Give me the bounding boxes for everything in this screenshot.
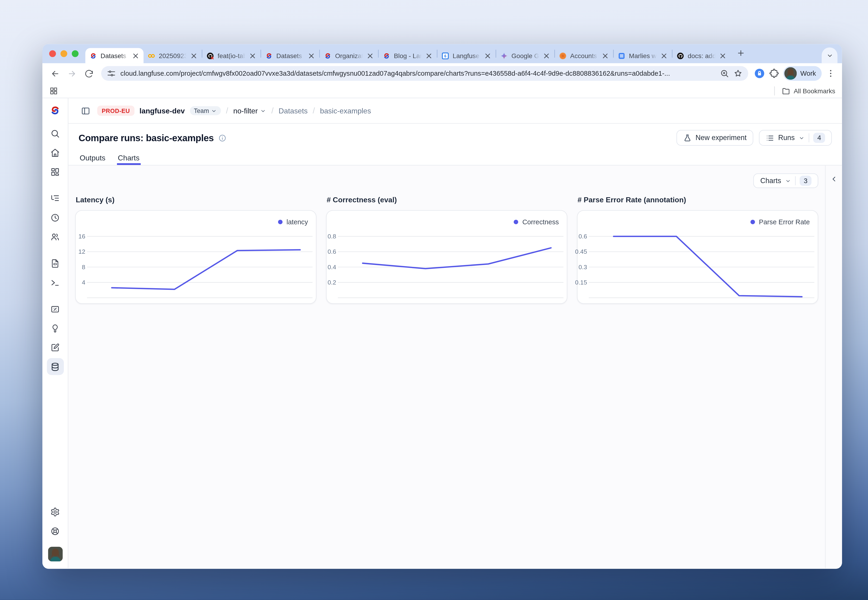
tab-close-icon[interactable] — [425, 52, 433, 59]
org-plan-badge[interactable]: Team — [190, 106, 221, 115]
sidebar-item-evaluation[interactable] — [47, 300, 64, 317]
url-text: cloud.langfuse.com/project/cmfwgv8fx002o… — [120, 70, 716, 77]
app-sidebar — [42, 98, 68, 568]
langfuse-logo-icon[interactable] — [49, 105, 61, 116]
langfuse-favicon — [324, 52, 332, 59]
new-tab-button[interactable] — [734, 47, 748, 61]
tab-close-icon[interactable] — [307, 52, 315, 59]
sidebar-item-home[interactable] — [47, 144, 64, 161]
browser-tab-2[interactable]: 20250923 — [144, 48, 202, 63]
tab-search-caret-button[interactable] — [822, 47, 838, 63]
sidebar-item-insights[interactable] — [47, 320, 64, 336]
sidebar-toggle-button[interactable] — [79, 104, 92, 118]
user-avatar[interactable] — [48, 547, 62, 561]
breadcrumb-org[interactable]: langfuse-dev — [140, 106, 185, 115]
back-button[interactable] — [48, 67, 62, 80]
sidebar-item-users[interactable] — [47, 228, 64, 245]
browser-tab-1[interactable]: Datasets | L — [85, 48, 143, 63]
tab-close-icon[interactable] — [719, 52, 727, 59]
site-settings-icon[interactable] — [107, 69, 116, 78]
browser-tab-5[interactable]: Organizatio — [320, 48, 378, 63]
extensions-puzzle-icon[interactable] — [769, 68, 780, 79]
charts-count-badge: 3 — [800, 176, 812, 186]
zoom-icon[interactable] — [720, 69, 729, 78]
reload-button[interactable] — [82, 67, 96, 80]
app-main: PROD-EU langfuse-dev Team / no-filter / … — [68, 98, 842, 568]
chart-legend: latency — [278, 218, 308, 226]
tab-close-icon[interactable] — [660, 52, 668, 59]
charts-select-button[interactable]: Charts 3 — [754, 173, 818, 188]
sidebar-item-dashboards[interactable] — [47, 163, 64, 180]
browser-tab-9[interactable]: Accounts | — [555, 48, 613, 63]
profile-chip[interactable]: Work — [783, 66, 822, 80]
tab-close-icon[interactable] — [542, 52, 550, 59]
tab-close-icon[interactable] — [249, 52, 256, 59]
runs-select-button[interactable]: Runs 4 — [759, 130, 832, 145]
tab-outputs[interactable]: Outputs — [79, 152, 106, 165]
browser-tab-10[interactable]: Marlies we — [614, 48, 672, 63]
tab-close-icon[interactable] — [601, 52, 609, 59]
browser-tab-6[interactable]: Blog - Lang — [379, 48, 437, 63]
all-bookmarks-button[interactable]: All Bookmarks — [774, 86, 835, 95]
bookmark-star-icon[interactable] — [734, 69, 743, 78]
svg-text:0.2: 0.2 — [328, 279, 336, 286]
desktop-background: Datasets | L20250923feat(io-tabDatasets … — [0, 0, 868, 600]
sidebar-item-search[interactable] — [47, 125, 64, 142]
breadcrumb-separator: / — [226, 106, 228, 115]
org-plan-label: Team — [194, 108, 209, 114]
browser-tab-7[interactable]: 6Langfuse - — [437, 48, 496, 63]
apps-grid-icon[interactable] — [49, 86, 58, 95]
breadcrumb-datasets[interactable]: Datasets — [279, 106, 308, 115]
browser-menu-kebab-icon[interactable] — [825, 68, 836, 79]
sidebar-item-support[interactable] — [47, 523, 64, 539]
svg-text:0.8: 0.8 — [328, 233, 336, 240]
browser-tab-3[interactable]: feat(io-tab — [202, 48, 261, 63]
svg-text:0.6: 0.6 — [328, 248, 336, 255]
breadcrumb-project[interactable]: no-filter — [233, 106, 266, 115]
tab-charts[interactable]: Charts — [117, 152, 141, 165]
browser-tab-11[interactable]: docs: add — [672, 48, 731, 63]
tab-title: feat(io-tab — [217, 52, 245, 59]
all-bookmarks-label: All Bookmarks — [794, 87, 835, 94]
legend-label: latency — [287, 218, 308, 226]
content-area: Charts 3 Latency (s)481216latency# Corre… — [68, 165, 842, 568]
window-controls — [49, 50, 79, 57]
sidebar-item-playground[interactable] — [47, 274, 64, 291]
forward-button[interactable] — [65, 67, 79, 80]
svg-text:0.6: 0.6 — [578, 233, 587, 240]
collapse-panel-button[interactable] — [828, 173, 840, 185]
new-experiment-button[interactable]: New experiment — [676, 130, 753, 145]
info-icon[interactable] — [218, 133, 227, 142]
tab-close-icon[interactable] — [190, 52, 198, 59]
sidebar-item-settings[interactable] — [47, 503, 64, 520]
tab-title: Datasets | L — [276, 52, 304, 59]
langfuse-favicon — [90, 52, 97, 59]
charts-area: Charts 3 Latency (s)481216latency# Corre… — [68, 165, 825, 568]
tab-close-icon[interactable] — [366, 52, 374, 59]
maximize-window-button[interactable] — [72, 50, 79, 57]
sidebar-item-datasets[interactable] — [47, 358, 64, 375]
browser-tab-8[interactable]: Google Ge — [496, 48, 554, 63]
sidebar-item-annotation[interactable] — [47, 339, 64, 356]
sidebar-item-prompts[interactable] — [47, 255, 64, 271]
breadcrumb-dataset-name[interactable]: basic-examples — [320, 106, 371, 115]
address-bar[interactable]: cloud.langfuse.com/project/cmfwgv8fx002o… — [101, 66, 748, 80]
chart-legend: Parse Error Rate — [750, 218, 810, 226]
screen: Datasets | L20250923feat(io-tabDatasets … — [0, 0, 868, 600]
password-extension-icon[interactable] — [754, 68, 765, 79]
chart-block-2: # Correctness (eval)0.20.40.60.8Correctn… — [326, 195, 568, 304]
chart-title: # Correctness (eval) — [326, 195, 567, 205]
environment-badge: PROD-EU — [97, 106, 135, 116]
chevron-down-icon — [799, 135, 805, 141]
close-window-button[interactable] — [49, 50, 56, 57]
legend-dot-icon — [750, 220, 755, 224]
breadcrumb-separator: / — [313, 106, 315, 115]
sidebar-item-tracing[interactable] — [47, 190, 64, 207]
browser-tab-4[interactable]: Datasets | L — [261, 48, 319, 63]
svg-text:4: 4 — [82, 279, 85, 286]
tab-close-icon[interactable] — [132, 52, 140, 59]
minimize-window-button[interactable] — [61, 50, 67, 57]
tab-close-icon[interactable] — [484, 52, 492, 59]
sidebar-item-sessions[interactable] — [47, 209, 64, 226]
folder-icon — [781, 86, 790, 95]
